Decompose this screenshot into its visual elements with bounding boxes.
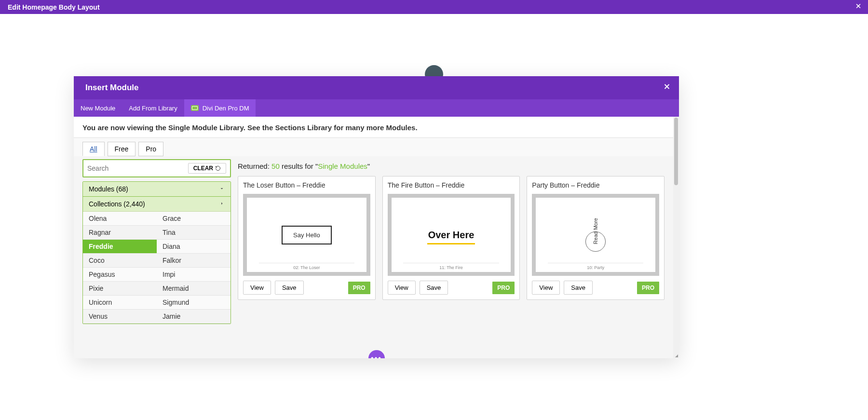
module-card: The Loser Button – FreddieSay Hello02: T… [238, 176, 376, 300]
preview-footer-label: 10: Party [536, 265, 655, 270]
collection-item-olena[interactable]: Olena [83, 212, 157, 226]
preview-divider [259, 263, 354, 263]
module-card: The Fire Button – FreddieOver Here11: Th… [382, 176, 520, 300]
collection-item-coco[interactable]: Coco [83, 254, 157, 268]
pro-badge: PRO [492, 282, 515, 294]
tab-divi-den-pro[interactable]: Divi Den Pro DM [184, 99, 256, 117]
preview-read-more: Read More [582, 218, 609, 252]
content-row: CLEAR Modules (68) Collections (2,440) [74, 156, 673, 333]
clear-label: CLEAR [193, 165, 213, 172]
collection-item-pixie[interactable]: Pixie [83, 282, 157, 296]
preview-over-here-text: Over Here [428, 230, 475, 241]
card-preview-inner: Over Here11: The Fire [392, 198, 511, 272]
card-preview-inner: Read More10: Party [536, 198, 655, 272]
tab-new-module[interactable]: New Module [74, 99, 122, 117]
collection-item-venus[interactable]: Venus [83, 310, 157, 324]
save-button[interactable]: Save [420, 281, 448, 295]
card-actions: ViewSavePRO [532, 281, 659, 295]
returned-count: 50 [271, 162, 280, 170]
search-input[interactable] [87, 164, 188, 172]
accordion-collections[interactable]: Collections (2,440) [83, 197, 231, 212]
search-row: CLEAR [82, 159, 231, 177]
modal-tabs: New Module Add From Library Divi Den Pro… [74, 99, 679, 117]
chevron-right-icon [219, 200, 225, 208]
collections-grid: OlenaGraceRagnarTinaFreddieDianaCocoFalk… [83, 212, 231, 324]
returned-prefix: Returned: [238, 162, 271, 170]
accordion-modules-label: Modules (68) [89, 185, 128, 193]
pro-badge: PRO [637, 282, 659, 294]
preview-divider [548, 263, 643, 263]
card-preview-inner: Say Hello02: The Loser [247, 198, 366, 272]
card-preview: Read More10: Party [532, 194, 659, 276]
sidebar: CLEAR Modules (68) Collections (2,440) [82, 159, 231, 324]
filter-tab-free[interactable]: Free [108, 142, 136, 156]
returned-suffix: " [367, 162, 370, 170]
collection-item-jamie[interactable]: Jamie [157, 310, 231, 324]
accordion-collections-label: Collections (2,440) [89, 200, 145, 208]
card-title: The Fire Button – Freddie [388, 181, 515, 189]
view-button[interactable]: View [243, 281, 271, 295]
card-title: Party Button – Freddie [532, 181, 659, 189]
insert-module-modal: Insert Module New Module Add From Librar… [74, 76, 679, 358]
library-notice: You are now viewing the Single Module Li… [74, 117, 673, 138]
divi-den-icon [191, 105, 199, 111]
clear-button[interactable]: CLEAR [188, 163, 226, 174]
accordion-modules[interactable]: Modules (68) [83, 182, 231, 197]
view-button[interactable]: View [388, 281, 416, 295]
pro-badge: PRO [348, 282, 370, 294]
filter-tabs: All Free Pro [82, 142, 665, 156]
card-preview: Over Here11: The Fire [388, 194, 515, 276]
scrollbar-thumb[interactable] [674, 118, 678, 185]
collection-item-falkor[interactable]: Falkor [157, 254, 231, 268]
collection-item-unicorn[interactable]: Unicorn [83, 296, 157, 310]
module-card: Party Button – FreddieRead More10: Party… [527, 176, 665, 300]
results-summary: Returned: 50 results for "Single Modules… [238, 159, 665, 176]
page-title: Edit Homepage Body Layout [8, 3, 100, 11]
accordion: Modules (68) Collections (2,440) OlenaGr… [82, 181, 231, 324]
tab-divi-den-label: Divi Den Pro DM [203, 105, 249, 112]
tab-add-from-library[interactable]: Add From Library [122, 99, 184, 117]
preview-divider [403, 263, 499, 263]
refresh-icon [215, 165, 221, 171]
collection-item-diana[interactable]: Diana [157, 240, 231, 254]
preview-footer-label: 11: The Fire [392, 265, 511, 270]
card-title: The Loser Button – Freddie [243, 181, 370, 189]
preview-footer-label: 02: The Loser [247, 265, 366, 270]
filter-tab-pro[interactable]: Pro [138, 142, 163, 156]
resize-corner-icon[interactable] [675, 354, 678, 357]
modal-close-button[interactable] [663, 82, 671, 94]
chevron-down-icon [219, 185, 225, 193]
collection-item-grace[interactable]: Grace [157, 212, 231, 226]
results-area: Returned: 50 results for "Single Modules… [238, 159, 665, 300]
collection-item-freddie[interactable]: Freddie [83, 240, 157, 254]
page-header: Edit Homepage Body Layout [0, 0, 868, 14]
card-actions: ViewSavePRO [388, 281, 515, 295]
collection-item-mermaid[interactable]: Mermaid [157, 282, 231, 296]
scrollbar[interactable] [673, 117, 679, 358]
canvas: Insert Module New Module Add From Librar… [0, 14, 868, 420]
preview-say-hello-button: Say Hello [282, 226, 332, 244]
view-button[interactable]: View [532, 281, 560, 295]
save-button[interactable]: Save [564, 281, 593, 295]
collection-item-pegasus[interactable]: Pegasus [83, 268, 157, 282]
card-preview: Say Hello02: The Loser [243, 194, 370, 276]
filter-strip: All Free Pro [74, 138, 673, 156]
collection-item-impi[interactable]: Impi [157, 268, 231, 282]
save-button[interactable]: Save [275, 281, 304, 295]
card-row: The Loser Button – FreddieSay Hello02: T… [238, 176, 665, 300]
returned-mid: results for " [280, 162, 318, 170]
page-close-icon[interactable] [854, 2, 862, 12]
preview-circle-icon [585, 231, 606, 252]
modal-header: Insert Module [74, 76, 679, 99]
modal-title: Insert Module [85, 83, 139, 92]
card-actions: ViewSavePRO [243, 281, 370, 295]
collection-item-ragnar[interactable]: Ragnar [83, 226, 157, 240]
collection-item-sigmund[interactable]: Sigmund [157, 296, 231, 310]
collection-item-tina[interactable]: Tina [157, 226, 231, 240]
returned-term: Single Modules [318, 162, 367, 170]
filter-tab-all[interactable]: All [82, 142, 105, 156]
modal-body: You are now viewing the Single Module Li… [74, 117, 679, 358]
